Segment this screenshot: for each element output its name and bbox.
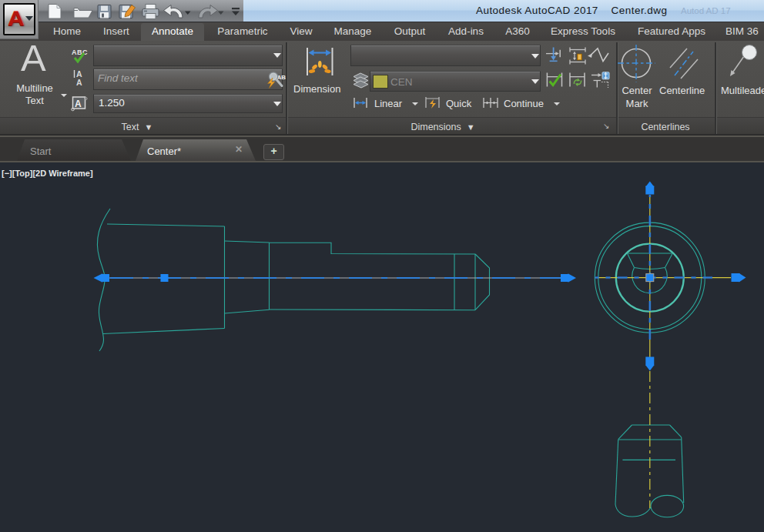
svg-text:ABC: ABC — [277, 74, 286, 81]
svg-text:ABC: ABC — [72, 49, 88, 56]
svg-text:A: A — [75, 99, 82, 109]
svg-text:A: A — [76, 78, 82, 86]
